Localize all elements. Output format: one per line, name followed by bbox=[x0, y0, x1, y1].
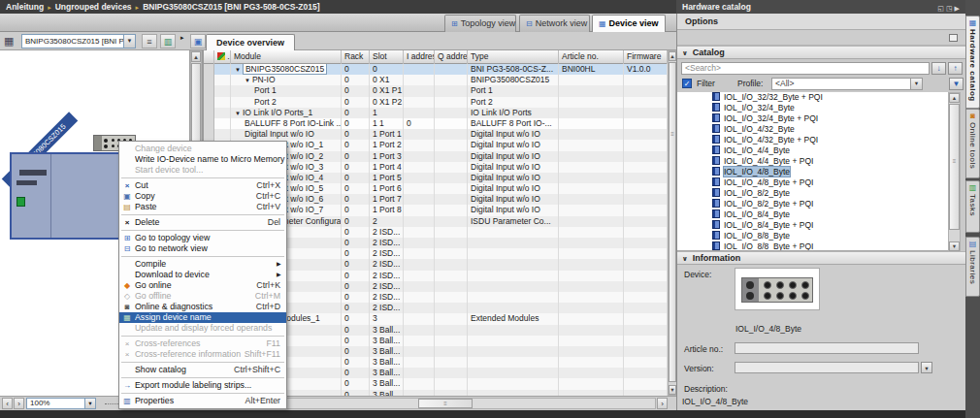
menu-item-go-online[interactable]: ◆Go onlineCtrl+K bbox=[119, 280, 286, 291]
scroll-thumb[interactable]: ≡ bbox=[669, 62, 676, 382]
catalog-item[interactable]: IOL_I/O_32/4_Byte bbox=[677, 103, 948, 113]
catalog-item[interactable]: IOL_I/O_8/4_Byte bbox=[677, 209, 948, 220]
collapse-panel-icon[interactable]: ▶ bbox=[955, 5, 962, 12]
module-cell[interactable]: ▼PN-IO bbox=[231, 75, 342, 85]
module-cell[interactable]: ▼BNIPG35080CSZ015 bbox=[231, 64, 342, 75]
row-selector[interactable] bbox=[204, 108, 214, 118]
expander-open-icon[interactable]: ▼ bbox=[235, 111, 241, 116]
menu-item-delete[interactable]: ×DeleteDel bbox=[119, 217, 286, 228]
table-row[interactable]: Port 200 X1 P2Port 2 bbox=[204, 97, 668, 108]
view-tab-network-view[interactable]: ⊟Network view bbox=[519, 15, 590, 32]
breadcrumb-item[interactable]: Anleitung bbox=[6, 2, 44, 12]
column-header-type[interactable]: Type bbox=[468, 50, 559, 64]
row-selector[interactable] bbox=[204, 129, 214, 140]
chevron-down-icon[interactable]: ▼ bbox=[910, 79, 922, 89]
split-editor-button[interactable]: ▣ bbox=[190, 34, 206, 48]
search-up-icon[interactable]: ↑ bbox=[948, 62, 963, 75]
tab-device-overview[interactable]: Device overview bbox=[206, 34, 295, 50]
information-section-header[interactable]: ∨Information bbox=[677, 251, 965, 265]
row-selector[interactable] bbox=[204, 118, 214, 129]
catalog-section-header[interactable]: ∨Catalog bbox=[677, 46, 965, 59]
catalog-item[interactable]: IOL_I/O_8/2_Byte bbox=[677, 188, 948, 199]
side-tab-tasks[interactable]: ▥Tasks bbox=[965, 180, 980, 233]
breadcrumb-item[interactable]: Ungrouped devices bbox=[55, 2, 132, 12]
search-input[interactable]: <Search> bbox=[681, 62, 930, 75]
menu-item-go-to-network-view[interactable]: ⊟Go to network view bbox=[119, 243, 286, 254]
catalog-item[interactable]: IOL_I/O_4/4_Byte bbox=[677, 145, 948, 156]
catalog-item[interactable]: IOL_I/O_32/32_Byte + PQI bbox=[677, 92, 948, 103]
version-dropdown-icon[interactable]: ▼ bbox=[921, 362, 932, 373]
table-row[interactable]: ▼BNIPG35080CSZ01500BNI PG3-508-0CS-Z...B… bbox=[204, 64, 668, 75]
menu-item-paste[interactable]: ▤PasteCtrl+V bbox=[119, 202, 286, 212]
catalog-item[interactable]: IOL_I/O_4/8_Byte + PQI bbox=[677, 177, 948, 188]
row-selector[interactable] bbox=[204, 75, 214, 85]
column-header-flags[interactable]: .. bbox=[214, 50, 231, 64]
row-selector[interactable] bbox=[204, 64, 214, 75]
module-cell[interactable]: Port 1 bbox=[231, 85, 342, 96]
menu-item-export-module-labeling-strips-[interactable]: →Export module labeling strips... bbox=[119, 380, 286, 391]
nav-next-button[interactable]: › bbox=[14, 398, 24, 409]
article-no-field[interactable] bbox=[735, 342, 919, 354]
scroll-down-icon[interactable]: ▼ bbox=[949, 241, 960, 251]
catalog-item[interactable]: IOL_I/O_4/8_Byte bbox=[677, 167, 948, 177]
row-selector[interactable] bbox=[204, 97, 214, 108]
module-cell[interactable]: BALLUFF 8 Port IO-Link ... bbox=[231, 118, 342, 129]
catalog-item[interactable]: IOL_I/O_32/4_Byte + PQI bbox=[677, 113, 948, 124]
catalog-item[interactable]: IOL_I/O_8/8_Byte bbox=[677, 231, 948, 241]
view-tab-device-view[interactable]: ▦Device view bbox=[592, 15, 666, 32]
menu-item-copy[interactable]: ▣CopyCtrl+C bbox=[119, 191, 286, 202]
column-header-module[interactable]: Module bbox=[231, 50, 342, 64]
view-tab-topology-view[interactable]: ⊞Topology view bbox=[444, 15, 516, 32]
catalog-item[interactable]: IOL_I/O_8/4_Byte + PQI bbox=[677, 220, 948, 231]
side-tab-libraries[interactable]: ▤Libraries bbox=[965, 237, 980, 297]
scroll-thumb[interactable]: ≡ bbox=[949, 104, 960, 230]
pagebreak-preview-button[interactable]: ▥ bbox=[160, 34, 176, 48]
scroll-down-icon[interactable]: ▼ bbox=[669, 385, 676, 395]
scroll-up-icon[interactable]: ▲ bbox=[949, 93, 960, 103]
side-tab-hardware-catalog[interactable]: ▦Hardware catalog bbox=[965, 16, 980, 109]
zoom-level-select[interactable]: 100%▼ bbox=[26, 398, 96, 409]
menu-item-download-to-device[interactable]: Download to device▶ bbox=[119, 270, 286, 280]
chevron-down-icon[interactable]: ▼ bbox=[123, 35, 135, 48]
menu-item-properties[interactable]: ▥PropertiesAlt+Enter bbox=[119, 396, 286, 406]
row-selector[interactable] bbox=[204, 85, 214, 96]
menu-item-show-catalog[interactable]: Show catalogCtrl+Shift+C bbox=[119, 365, 286, 375]
column-header-i-address[interactable]: I address bbox=[404, 50, 435, 64]
filter-edit-icon[interactable]: ▼ bbox=[949, 78, 964, 90]
table-row[interactable]: Digital Input w/o IO01 Port 1Digital Inp… bbox=[204, 129, 668, 140]
zoom-fit-button[interactable]: ≡ bbox=[142, 34, 157, 48]
profile-select[interactable]: <All>▼ bbox=[771, 78, 923, 90]
module-cell[interactable]: ▼IO Link I/O Ports_1 bbox=[231, 108, 342, 118]
menu-item-online-diagnostics[interactable]: ◙Online & diagnosticsCtrl+D bbox=[119, 302, 286, 312]
module-cell[interactable]: Digital Input w/o IO bbox=[231, 129, 342, 140]
column-header-q-address[interactable]: Q address bbox=[435, 50, 468, 64]
table-row[interactable]: BALLUFF 8 Port IO-Link ...01 10BALLUFF 8… bbox=[204, 118, 668, 129]
filter-checkbox[interactable]: ✓ bbox=[682, 79, 692, 88]
float-panel-icon[interactable]: ◱ bbox=[937, 5, 946, 12]
module-cell[interactable]: Port 2 bbox=[231, 97, 342, 108]
catalog-item[interactable]: IOL_I/O_8/2_Byte + PQI bbox=[677, 199, 948, 209]
table-row[interactable]: Port 100 X1 P1Port 1 bbox=[204, 85, 668, 96]
column-header-article-no-[interactable]: Article no. bbox=[559, 50, 624, 64]
column-header-firmware[interactable]: Firmware bbox=[624, 50, 668, 64]
dock-panel-icon[interactable]: ◳ bbox=[946, 5, 955, 12]
menu-item-go-to-topology-view[interactable]: ⊞Go to topology view bbox=[119, 233, 286, 243]
column-header-slot[interactable]: Slot bbox=[370, 50, 404, 64]
window-mode-icon[interactable] bbox=[949, 34, 958, 42]
search-down-icon[interactable]: ↓ bbox=[931, 62, 946, 75]
table-scroll-right-icon[interactable]: › bbox=[657, 398, 668, 409]
menu-item-compile[interactable]: Compile▶ bbox=[119, 259, 286, 270]
menu-item-assign-device-name[interactable]: ▦Assign device name bbox=[119, 312, 286, 323]
expander-open-icon[interactable]: ▼ bbox=[245, 78, 250, 83]
scroll-thumb[interactable]: ≡ bbox=[418, 399, 473, 408]
scroll-up-icon[interactable]: ▲ bbox=[669, 51, 676, 61]
breadcrumb-item[interactable]: BNIPG35080CSZ015 [BNI PG3-508-0CS-Z015] bbox=[143, 2, 319, 12]
version-field[interactable] bbox=[735, 362, 919, 373]
flyout-arrow-icon[interactable]: ▸ bbox=[180, 34, 184, 42]
chevron-down-icon[interactable]: ▼ bbox=[84, 399, 95, 408]
menu-item-write-io-device-name-to-micro-memory-card[interactable]: Write IO-Device name to Micro Memory Car… bbox=[119, 154, 286, 165]
catalog-scrollbar[interactable]: ▲ ≡ ▼ bbox=[948, 92, 961, 251]
table-row[interactable]: ▼IO Link I/O Ports_101IO Link I/O Ports bbox=[204, 108, 668, 118]
device-select[interactable]: BNIPG35080CSZ015 [BNI PG3▼ bbox=[21, 34, 136, 48]
expander-open-icon[interactable]: ▼ bbox=[235, 67, 241, 73]
